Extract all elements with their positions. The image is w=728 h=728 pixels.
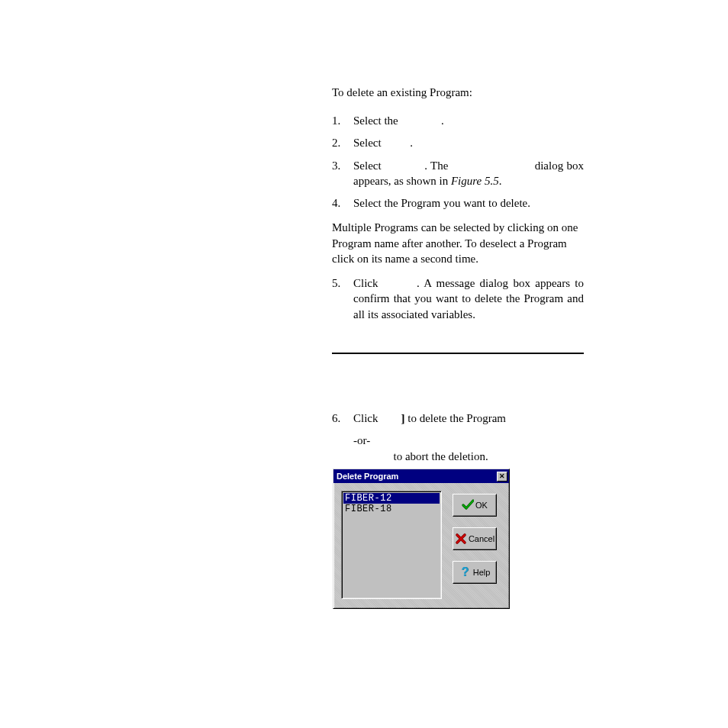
close-button[interactable]: ✕ [497, 472, 507, 482]
step-text: . [410, 137, 413, 149]
ok-button[interactable]: OK [453, 494, 497, 517]
step-text: Click [353, 277, 383, 289]
cancel-label: Cancel [469, 534, 494, 543]
check-icon [462, 499, 474, 511]
button-column: OK Cancel ? ? Help [453, 494, 497, 599]
step-body: Select the Program you want to delete. [353, 195, 584, 211]
step-text: . [441, 114, 444, 127]
step-number: 5. [332, 275, 353, 322]
help-label: Help [473, 568, 491, 577]
dialog-title: Delete Program [335, 472, 398, 481]
step-6-abort: to abort the deletion. [353, 449, 584, 464]
step-text: Select [353, 159, 385, 172]
step-body: Select . The dialog box appears, as show… [353, 158, 584, 189]
step-4: 4. Select the Program you want to delete… [332, 195, 584, 211]
program-listbox[interactable]: FIBER-12 FIBER-18 [341, 491, 442, 599]
step-number: 6. [332, 411, 353, 426]
note-paragraph: Multiple Programs can be selected by cli… [332, 220, 584, 266]
list-item[interactable]: FIBER-12 [343, 493, 440, 504]
step-number: 4. [332, 195, 353, 211]
step-text: Select the [353, 114, 401, 127]
step-text: . [499, 175, 502, 187]
step-body: Select . [353, 135, 584, 150]
delete-program-dialog: Delete Program ✕ FIBER-12 FIBER-18 OK [333, 469, 510, 609]
step-number: 3. [332, 158, 353, 189]
step-body: Click . A message dialog box appears to … [353, 275, 584, 322]
step-text: Click [353, 412, 381, 424]
step-text: . A message dialog box appears to confir… [353, 277, 584, 321]
ok-label: OK [475, 501, 488, 510]
list-item[interactable]: FIBER-18 [343, 504, 440, 514]
svg-text:?: ? [461, 566, 469, 578]
help-button[interactable]: ? ? Help [453, 561, 497, 584]
x-icon [455, 533, 467, 545]
step-body: Click ] to delete the Program [353, 411, 584, 426]
step-2: 2. Select . [332, 135, 584, 150]
step-1: 1. Select the . [332, 113, 584, 128]
step-body: Select the . [353, 113, 584, 128]
step-text: Select [353, 137, 384, 149]
dialog-titlebar[interactable]: Delete Program ✕ [333, 469, 509, 483]
dialog-body: FIBER-12 FIBER-18 OK [333, 483, 509, 608]
horizontal-rule [332, 353, 584, 354]
step-text: to abort the deletion. [394, 450, 488, 462]
step-3: 3. Select . The dialog box appears, as s… [332, 158, 584, 189]
step-number: 2. [332, 135, 353, 150]
cancel-button[interactable]: Cancel [453, 527, 497, 550]
step-text: . The [424, 159, 452, 172]
step-6: 6. Click ] to delete the Program [332, 411, 584, 426]
question-icon: ? ? [459, 566, 472, 578]
step-5: 5. Click . A message dialog box appears … [332, 275, 584, 322]
step-text: to delete the Program [405, 412, 506, 424]
step-number: 1. [332, 113, 353, 128]
figure-ref: Figure 5.5 [451, 175, 499, 187]
close-icon: ✕ [499, 473, 505, 480]
step-6-or: -or- [353, 433, 584, 448]
intro-heading: To delete an existing Program: [332, 86, 584, 99]
